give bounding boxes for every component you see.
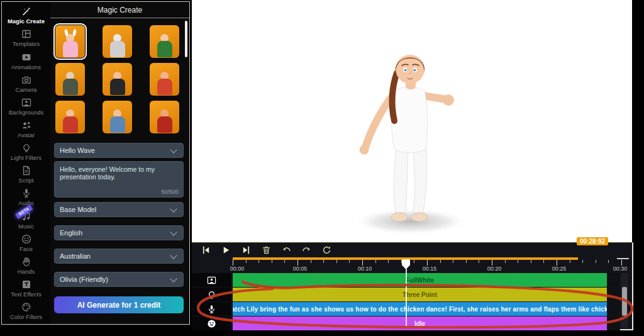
sidebar-item-magic-create[interactable]: Magic Create: [2, 4, 50, 26]
sidebar-item-label: Backgrounds: [9, 109, 43, 116]
ruler-label: 00:15: [423, 266, 437, 272]
loop-button[interactable]: [316, 244, 336, 257]
sidebar-item-label: Color Filters: [10, 314, 42, 320]
skip-to-end-button[interactable]: [236, 244, 256, 257]
model-select-value: Base Model: [60, 206, 96, 213]
ruler-label: 00:20: [487, 266, 502, 272]
chevron-down-icon: [170, 205, 177, 212]
sidebar-item-hands[interactable]: Hands: [2, 254, 50, 277]
sidebar-item-label: Face: [19, 246, 33, 252]
ruler-label: 00:05: [293, 266, 308, 272]
animation-select[interactable]: Hello Wave: [54, 143, 184, 158]
chevron-down-icon: [170, 228, 177, 235]
duration-badge[interactable]: 00:28:92: [577, 237, 608, 245]
ruler-label: 00:00: [230, 266, 245, 272]
sidebar-item-script[interactable]: Script: [2, 163, 50, 186]
major-tick: [621, 260, 622, 266]
timeline-tracks: FullWhite Three Point "Watch Lily bring …: [192, 273, 632, 328]
ruler-label: 00:25: [552, 266, 567, 272]
sidebar-item-text-effects[interactable]: Text Effects: [2, 277, 50, 300]
microphone-icon: [21, 188, 32, 199]
playhead-line: [406, 262, 407, 328]
avatar-thumbnail-skeleton[interactable]: [103, 25, 132, 58]
char-counter: 50/500: [161, 189, 179, 195]
language-select-value: English: [60, 229, 82, 237]
lighting-clip[interactable]: Three Point: [233, 288, 607, 301]
camera-icon: [21, 74, 32, 86]
left-panel: Magic Create Templates Animations Camera…: [1, 1, 190, 325]
sidebar-item-animations[interactable]: Animations: [2, 49, 50, 72]
sidebar-item-camera[interactable]: Camera: [2, 72, 50, 94]
skip-to-start-button[interactable]: [196, 244, 216, 257]
undo-button[interactable]: [276, 244, 296, 257]
accent-select[interactable]: Australian: [54, 249, 184, 264]
text-icon: [21, 279, 32, 290]
sidebar-item-label: Hands: [18, 269, 35, 275]
sidebar-item-label: Audio: [18, 200, 33, 206]
timeline-ruler[interactable]: 00:00 00:05 00:10 00:15 00:20 00:25 00:3…: [192, 257, 632, 273]
sidebar-item-label: Music: [18, 223, 34, 230]
hand-icon: [21, 256, 32, 267]
avatar-thumbnail-hat-girl[interactable]: [103, 101, 132, 133]
avatar-thumbnail-boy[interactable]: [55, 101, 85, 133]
sidebar-item-music[interactable]: BETA Music: [2, 208, 50, 231]
sidebar-item-avatar[interactable]: Avatar: [2, 118, 50, 140]
minor-ticks: [233, 260, 625, 263]
voice-select[interactable]: Olivia (Friendly): [54, 272, 184, 287]
light-bulb-icon: [21, 142, 32, 154]
audio-script-clip[interactable]: "Watch Lily bring the fun as she shows u…: [233, 302, 607, 316]
chevron-down-icon: [170, 252, 177, 259]
smiley-icon[interactable]: [192, 316, 231, 330]
avatar-thumbnail-elf[interactable]: [150, 25, 179, 58]
templates-icon: [21, 28, 32, 40]
sidebar-item-label: Magic Create: [8, 18, 45, 25]
sidebar-item-backgrounds[interactable]: Backgrounds: [2, 95, 50, 118]
major-tick: [492, 260, 492, 266]
sidebar-item-face[interactable]: Face: [2, 231, 50, 254]
sidebar-item-light-filters[interactable]: Light Filters: [2, 140, 50, 163]
panel-scrollbar[interactable]: [185, 21, 187, 57]
chevron-down-icon: [170, 146, 177, 153]
voice-select-value: Olivia (Friendly): [60, 276, 108, 283]
avatar-thumbnail-bunny-girl[interactable]: [55, 25, 85, 58]
sidebar-item-label: Templates: [13, 41, 40, 47]
tracks-scrollbar[interactable]: [621, 273, 628, 328]
avatar-thumbnail-man[interactable]: [150, 101, 179, 133]
language-select[interactable]: English: [54, 225, 184, 240]
sidebar-item-templates[interactable]: Templates: [2, 26, 50, 49]
sidebar-item-label: Camera: [16, 87, 37, 93]
accent-select-value: Australian: [60, 252, 91, 260]
stage-viewport[interactable]: [192, 0, 632, 242]
background-frame-icon[interactable]: [192, 273, 231, 287]
avatar-thumbnail-hoodie-girl[interactable]: [103, 63, 132, 96]
sidebar-item-label: Script: [18, 177, 33, 184]
avatar-thumbnail-grid: [55, 25, 184, 133]
delete-button[interactable]: [256, 244, 276, 257]
light-bulb-icon[interactable]: [192, 288, 231, 301]
redo-button[interactable]: [296, 244, 316, 257]
background-clip[interactable]: FullWhite: [233, 273, 607, 287]
microphone-icon[interactable]: [192, 302, 231, 316]
sidebar-item-label: Text Effects: [11, 291, 42, 298]
sidebar-item-audio[interactable]: Audio: [2, 186, 50, 208]
tracks-scrollbar-thumb[interactable]: [622, 287, 627, 316]
animation-select-value: Hello Wave: [60, 147, 95, 154]
magic-create-panel: Magic Create Hello Wave Hello, everyone!…: [50, 2, 189, 324]
model-select[interactable]: Base Model: [54, 202, 184, 217]
major-tick: [427, 260, 428, 266]
expression-clip[interactable]: Idle: [233, 316, 607, 330]
avatar-thumbnail-dancer[interactable]: [150, 63, 179, 96]
playback-controls: [192, 243, 632, 257]
avatar-thumbnail-hiker[interactable]: [55, 63, 85, 96]
magic-create-app: Magic Create Templates Animations Camera…: [0, 0, 644, 336]
play-button[interactable]: [216, 244, 236, 257]
sidebar: Magic Create Templates Animations Camera…: [2, 2, 50, 324]
timeline-panel: 00:28:92 00:00 00:05 00:10 00:15 00:20 0…: [192, 242, 633, 330]
backgrounds-icon: [21, 97, 32, 108]
ruler-label: 00:30: [613, 266, 628, 272]
major-tick: [362, 260, 363, 266]
sidebar-item-color-filters[interactable]: Color Filters: [2, 300, 50, 322]
script-input-box: Hello, everyone! Welcome to my presentat…: [54, 161, 184, 198]
ai-generate-button[interactable]: AI Generate for 1 credit: [54, 296, 184, 313]
smiley-icon: [21, 233, 32, 245]
